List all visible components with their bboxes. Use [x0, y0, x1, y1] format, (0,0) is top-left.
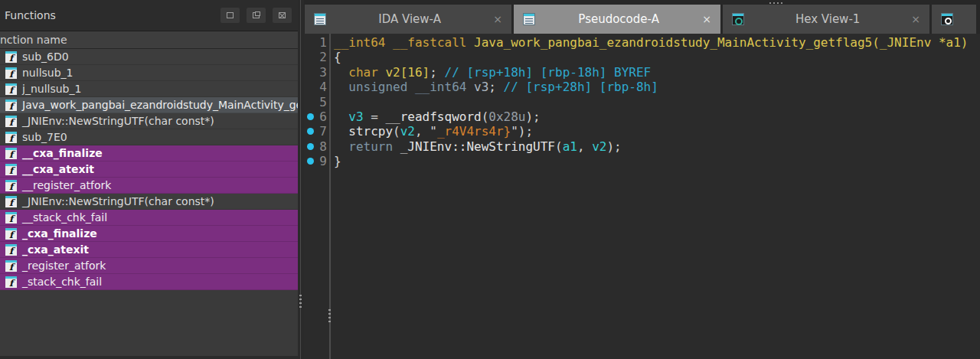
- functions-titlebar[interactable]: Functions: [0, 0, 298, 31]
- code-line[interactable]: 4 unsigned __int64 v3; // [rsp+28h] [rbp…: [304, 80, 980, 94]
- code-token: char: [348, 65, 378, 80]
- code-token: return: [348, 139, 393, 154]
- code-token: ");: [511, 124, 533, 139]
- line-number: 5: [304, 95, 327, 109]
- dock-grip-icon[interactable]: [769, 2, 782, 4]
- function-name-column-header[interactable]: nction name: [0, 31, 298, 49]
- code-line[interactable]: 8 return _JNIEnv::NewStringUTF(a1, v2);: [304, 139, 980, 154]
- function-name-label: sub_7E0: [22, 131, 67, 143]
- maximize-button[interactable]: [220, 8, 240, 23]
- code-token: {: [334, 50, 341, 64]
- code-token: =: [364, 109, 386, 124]
- function-list-item[interactable]: f__register_atfork: [0, 178, 298, 194]
- function-list-item[interactable]: f_stack_chk_fail: [0, 274, 298, 290]
- function-list-item[interactable]: f__cxa_finalize: [0, 145, 298, 162]
- code-token: v2[16]: [385, 65, 430, 80]
- code-text: }: [334, 154, 341, 168]
- function-name-label: _cxa_finalize: [22, 227, 97, 240]
- panel-splitter[interactable]: [298, 0, 304, 359]
- line-number: 6: [304, 109, 327, 124]
- function-list-item[interactable]: fsub_6D0: [0, 49, 298, 65]
- line-number: 3: [304, 65, 327, 80]
- function-list-item[interactable]: fnullsub_1: [0, 65, 298, 81]
- pseudocode-view[interactable]: 1__int64 __fastcall Java_work_pangbai_ez…: [304, 34, 980, 359]
- code-token: v3: [474, 80, 488, 94]
- code-text: char v2[16]; // [rsp+18h] [rbp-18h] BYRE…: [334, 65, 651, 80]
- close-icon[interactable]: ×: [911, 13, 920, 25]
- code-token: (: [393, 124, 400, 139]
- function-icon: f: [5, 244, 17, 256]
- tab-hex-view-1[interactable]: Hex View-1×: [723, 5, 929, 34]
- function-list-item[interactable]: f_JNIEnv::NewStringUTF(char const*): [0, 113, 298, 129]
- function-name-label: _JNIEnv::NewStringUTF(char const*): [22, 115, 214, 127]
- tab-pseudocode-a[interactable]: Pseudocode-A×: [514, 5, 720, 34]
- function-name-label: j_nullsub_1: [22, 83, 81, 95]
- float-button[interactable]: [247, 8, 266, 23]
- code-token: [334, 139, 348, 154]
- code-text: {: [334, 50, 341, 64]
- code-text: return _JNIEnv::NewStringUTF(a1, v2);: [334, 139, 622, 154]
- ida-window: Functions nction name fsub_6D0fnullsub_1…: [0, 0, 980, 359]
- line-number: 1: [304, 35, 327, 50]
- float-icon: [253, 12, 260, 18]
- code-token: __int64: [334, 35, 385, 50]
- hex-view-icon: [732, 13, 744, 25]
- function-list-item[interactable]: f_register_atfork: [0, 258, 298, 274]
- code-token: // [rsp+18h] [rbp-18h] BYREF: [445, 65, 652, 80]
- close-icon[interactable]: ×: [702, 13, 711, 25]
- column-header-label: nction name: [0, 34, 67, 46]
- function-icon: f: [5, 116, 17, 127]
- code-token: [466, 80, 474, 94]
- function-name-label: __cxa_atexit: [22, 163, 94, 175]
- code-token: strcpy: [348, 124, 393, 139]
- code-token: ;: [488, 80, 503, 94]
- line-number: 4: [304, 80, 327, 94]
- function-icon: f: [5, 132, 17, 143]
- function-list-item[interactable]: f_cxa_finalize: [0, 226, 298, 242]
- function-list-item[interactable]: fJava_work_pangbai_ezandroidstudy_MainAc…: [0, 97, 298, 113]
- function-name-label: Java_work_pangbai_ezandroidstudy_MainAct…: [22, 99, 298, 111]
- code-token: v2: [592, 139, 606, 154]
- code-line[interactable]: 2{: [304, 50, 980, 64]
- code-token: );: [606, 139, 621, 154]
- code-line[interactable]: 1__int64 __fastcall Java_work_pangbai_ez…: [304, 35, 980, 50]
- close-button[interactable]: [273, 8, 292, 23]
- code-token: ,: [577, 139, 592, 154]
- function-icon: f: [5, 212, 17, 224]
- function-list-item[interactable]: f__cxa_atexit: [0, 162, 298, 178]
- function-icon: f: [5, 180, 17, 191]
- code-token: (: [555, 139, 563, 154]
- code-text: strcpy(v2, "_r4V4rs4r}");: [334, 124, 533, 139]
- splitter-grip-icon: [299, 295, 302, 309]
- code-line[interactable]: 7 strcpy(v2, "_r4V4rs4r}");: [304, 124, 980, 139]
- function-icon: f: [5, 148, 17, 159]
- code-line[interactable]: 9}: [304, 154, 980, 168]
- maximize-icon: [227, 12, 234, 18]
- code-line[interactable]: 6 v3 = __readfsqword(0x28u);: [304, 109, 980, 124]
- line-number: 8: [304, 139, 327, 154]
- function-name-label: _JNIEnv::NewStringUTF(char const*): [22, 195, 214, 207]
- code-token: __readfsqword: [385, 109, 481, 124]
- tab-stub[interactable]: [932, 5, 976, 34]
- code-token: a1: [563, 139, 577, 154]
- output-window-icon: [941, 13, 953, 25]
- code-token: [334, 80, 348, 94]
- code-line[interactable]: 3 char v2[16]; // [rsp+18h] [rbp-18h] BY…: [304, 65, 980, 80]
- code-token: 0x28u: [488, 109, 525, 124]
- code-token: }: [334, 154, 341, 168]
- tab-label: Hex View-1: [744, 12, 911, 26]
- code-text: unsigned __int64 v3; // [rsp+28h] [rbp-8…: [334, 80, 658, 94]
- functions-panel-title: Functions: [5, 9, 56, 21]
- function-name-label: __register_atfork: [22, 179, 111, 191]
- gutter-splitter[interactable]: [329, 34, 331, 359]
- tab-ida-view-a[interactable]: IDA View-A×: [305, 5, 511, 34]
- line-number: 7: [304, 124, 327, 139]
- function-list-item[interactable]: f_JNIEnv::NewStringUTF(char const*): [0, 194, 298, 210]
- function-list-item[interactable]: fj_nullsub_1: [0, 81, 298, 97]
- function-list-item[interactable]: f_cxa_atexit: [0, 242, 298, 258]
- code-line[interactable]: 5: [304, 95, 980, 109]
- function-list-item[interactable]: fsub_7E0: [0, 129, 298, 145]
- code-token: ;: [430, 65, 444, 80]
- function-list-item[interactable]: f__stack_chk_fail: [0, 210, 298, 226]
- close-icon[interactable]: ×: [493, 13, 502, 25]
